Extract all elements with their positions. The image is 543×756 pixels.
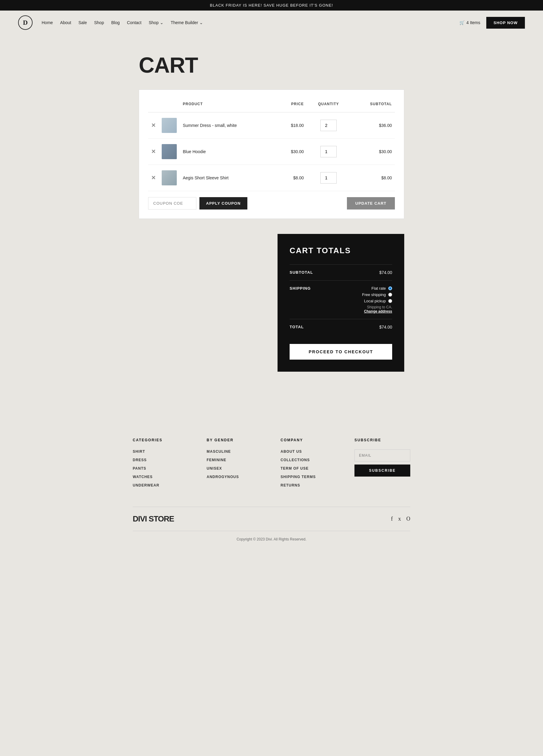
cart-icon: 🛒 — [459, 20, 465, 25]
product-price-cell: $8.00 — [276, 165, 307, 191]
footer-category-link[interactable]: DRESS — [133, 458, 188, 462]
product-quantity-cell — [307, 165, 350, 191]
remove-item-button[interactable]: ✕ — [151, 149, 156, 154]
footer-gender-link[interactable]: FEMININE — [207, 458, 262, 462]
quantity-input[interactable] — [321, 146, 337, 157]
nav-blog[interactable]: Blog — [111, 20, 120, 25]
product-subtotal-cell: $36.00 — [350, 112, 395, 139]
remove-cell: ✕ — [148, 165, 159, 191]
facebook-icon[interactable]: f — [391, 516, 393, 522]
product-price-cell: $18.00 — [276, 112, 307, 139]
footer-company-link[interactable]: COLLECTIONS — [281, 458, 336, 462]
top-banner: BLACK FRIDAY IS HERE! SAVE HUGE BEFORE I… — [0, 0, 543, 11]
remove-item-button[interactable]: ✕ — [151, 175, 156, 181]
nav-home[interactable]: Home — [42, 20, 53, 25]
change-address-link[interactable]: Change address — [362, 309, 392, 313]
proceed-to-checkout-button[interactable]: PROCEED TO CHECKOUT — [290, 344, 392, 360]
footer-gender-link[interactable]: UNISEX — [207, 466, 262, 471]
shipping-option-local-label: Local pickup — [364, 299, 386, 303]
subscribe-button[interactable]: SUBSCRIBE — [355, 465, 410, 477]
nav-contact[interactable]: Contact — [127, 20, 141, 25]
product-price: $18.00 — [291, 123, 304, 128]
subtotal-label: SUBTOTAL — [290, 270, 313, 275]
shipping-label: SHIPPING — [290, 286, 311, 291]
product-quantity-cell — [307, 139, 350, 165]
col-header-subtotal: SUBTOTAL — [350, 99, 395, 112]
product-quantity-cell — [307, 112, 350, 139]
footer-company-link[interactable]: SHIPPING TERMS — [281, 475, 336, 479]
product-price: $30.00 — [291, 149, 304, 154]
footer-category-link[interactable]: WATCHES — [133, 475, 188, 479]
site-logo[interactable]: D — [18, 15, 33, 30]
nav-cart[interactable]: 🛒 4 Items — [459, 20, 480, 25]
nav: D Home About Sale Shop Blog Contact Shop… — [0, 11, 543, 35]
product-thumbnail — [162, 118, 177, 133]
shipping-radio-free[interactable] — [388, 293, 392, 297]
coupon-input[interactable] — [148, 197, 196, 209]
product-subtotal: $30.00 — [379, 149, 392, 154]
product-name: Summer Dress - small, white — [183, 123, 237, 128]
subtotal-row: SUBTOTAL $74.00 — [290, 264, 392, 280]
product-subtotal-cell: $8.00 — [350, 165, 395, 191]
product-image-cell — [159, 112, 180, 139]
product-subtotal: $8.00 — [381, 175, 392, 180]
footer-categories: CATEGORIES SHIRTDRESSPANTSWATCHESUNDERWE… — [133, 438, 188, 492]
subscribe-email-input[interactable] — [355, 449, 410, 461]
footer-company: COMPANY ABOUT USCOLLECTIONSTERM OF USESH… — [281, 438, 336, 492]
update-cart-button[interactable]: UPDATE CART — [347, 197, 395, 209]
shipping-radio-flat[interactable] — [388, 286, 392, 290]
col-header-quantity: QUANTITY — [307, 99, 350, 112]
table-row: ✕ Blue Hoodie $30.00 $30.00 — [148, 139, 395, 165]
nav-about[interactable]: About — [60, 20, 71, 25]
footer-copyright: Copyright © 2023 Divi. All Rights Reserv… — [133, 531, 410, 547]
footer-by-gender-title: BY GENDER — [207, 438, 262, 442]
footer-company-link[interactable]: RETURNS — [281, 483, 336, 487]
col-header-image — [159, 99, 180, 112]
total-label: TOTAL — [290, 325, 304, 329]
shipping-row: SHIPPING Flat rate Free shipping Local p… — [290, 280, 392, 319]
nav-shop[interactable]: Shop — [94, 20, 104, 25]
total-value: $74.00 — [379, 325, 392, 329]
footer-category-link[interactable]: SHIRT — [133, 449, 188, 454]
chevron-down-icon: ⌄ — [160, 20, 163, 25]
shop-now-button[interactable]: SHOP NOW — [486, 17, 525, 29]
shipping-options: Flat rate Free shipping Local pickup Shi… — [362, 286, 392, 313]
footer-subscribe: SUBSCRIBE SUBSCRIBE — [355, 438, 410, 492]
remove-item-button[interactable]: ✕ — [151, 123, 156, 128]
footer-gender-link[interactable]: MASCULINE — [207, 449, 262, 454]
product-price: $8.00 — [293, 175, 304, 180]
nav-theme-builder-dropdown[interactable]: Theme Builder ⌄ — [171, 20, 203, 25]
footer-categories-title: CATEGORIES — [133, 438, 188, 442]
cart-actions: APPLY COUPON UPDATE CART — [148, 197, 395, 209]
cart-table-wrapper: PRODUCT PRICE QUANTITY SUBTOTAL ✕ Summer… — [139, 90, 404, 219]
shipping-radio-local[interactable] — [388, 299, 392, 303]
footer-by-gender: BY GENDER MASCULINEFEMININEUNISEXANDROGY… — [207, 438, 262, 492]
shipping-option-local: Local pickup — [362, 299, 392, 303]
footer-bottom: DIVI STORE f x O — [133, 507, 410, 531]
product-thumbnail — [162, 144, 177, 159]
footer-company-link[interactable]: TERM OF USE — [281, 466, 336, 471]
footer-gender-link[interactable]: ANDROGYNOUS — [207, 475, 262, 479]
instagram-icon[interactable]: O — [406, 516, 410, 522]
product-thumbnail — [162, 170, 177, 185]
col-header-remove — [148, 99, 159, 112]
footer-category-link[interactable]: UNDERWEAR — [133, 483, 188, 487]
twitter-x-icon[interactable]: x — [398, 516, 401, 522]
footer-category-link[interactable]: PANTS — [133, 466, 188, 471]
product-subtotal: $36.00 — [379, 123, 392, 128]
nav-shop-dropdown[interactable]: Shop ⌄ — [149, 20, 163, 25]
product-name-cell: Aegis Short Sleeve Shirt — [180, 165, 276, 191]
footer-company-link[interactable]: ABOUT US — [281, 449, 336, 454]
cart-totals-title: CART TOTALS — [290, 246, 392, 255]
nav-sale[interactable]: Sale — [78, 20, 87, 25]
total-row: TOTAL $74.00 — [290, 319, 392, 335]
quantity-input[interactable] — [321, 120, 337, 131]
chevron-down-icon: ⌄ — [199, 20, 203, 25]
quantity-input[interactable] — [321, 172, 337, 184]
banner-text: BLACK FRIDAY IS HERE! SAVE HUGE BEFORE I… — [210, 3, 333, 8]
footer-subscribe-title: SUBSCRIBE — [355, 438, 410, 442]
apply-coupon-button[interactable]: APPLY COUPON — [199, 197, 247, 209]
product-name-cell: Summer Dress - small, white — [180, 112, 276, 139]
product-image-cell — [159, 165, 180, 191]
cart-count: 4 Items — [466, 20, 480, 25]
